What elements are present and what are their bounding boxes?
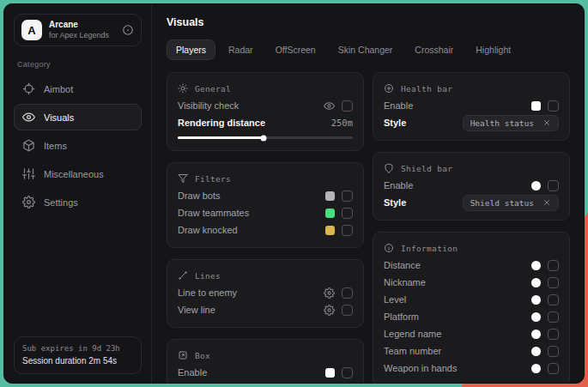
setting-label: Draw bots	[178, 190, 221, 201]
slider-fill	[178, 136, 264, 139]
setting-row-style: StyleShield status	[384, 194, 559, 211]
card-title: Box	[195, 351, 210, 360]
color-swatch[interactable]	[531, 347, 541, 356]
card-header: Filters	[178, 172, 353, 185]
slider-knob[interactable]	[260, 135, 266, 141]
checkbox[interactable]	[342, 305, 353, 316]
setting-controls	[531, 311, 559, 323]
gear-icon[interactable]	[324, 305, 335, 316]
tab-bar: PlayersRadarOffScreenSkin ChangerCrossha…	[167, 39, 570, 60]
checkbox[interactable]	[342, 225, 353, 236]
checkbox[interactable]	[548, 311, 559, 323]
app-subtitle: for Apex Legends	[49, 31, 115, 40]
setting-label: Draw knocked	[178, 225, 238, 235]
color-swatch[interactable]	[531, 330, 541, 339]
setting-label: Weapon in hands	[384, 363, 457, 373]
checkbox[interactable]	[548, 329, 559, 340]
main-panel: Visuals PlayersRadarOffScreenSkin Change…	[152, 4, 584, 383]
tab-players[interactable]: Players	[167, 39, 215, 60]
close-icon[interactable]	[543, 198, 551, 207]
color-swatch[interactable]	[531, 181, 541, 190]
card-information: InformationDistanceNicknameLevelPlatform…	[373, 232, 570, 383]
setting-label: Enable	[384, 100, 413, 111]
card-title: Shield bar	[401, 164, 452, 173]
setting-controls	[531, 180, 559, 191]
checkbox[interactable]	[548, 100, 559, 112]
checkbox[interactable]	[548, 346, 559, 357]
setting-controls	[325, 208, 353, 219]
color-swatch[interactable]	[531, 364, 541, 373]
checkbox[interactable]	[548, 277, 559, 288]
setting-row-draw-bots: Draw bots	[178, 187, 353, 204]
category-label: Category	[17, 60, 138, 69]
card-health-bar: Health barEnableStyleHealth status	[373, 72, 570, 141]
eye-icon[interactable]	[324, 100, 335, 112]
slider-track[interactable]	[178, 136, 353, 139]
setting-controls: Health status	[463, 115, 559, 131]
checkbox[interactable]	[342, 190, 353, 202]
tab-crosshair[interactable]: Crosshair	[405, 39, 463, 60]
setting-row-line-to-enemy: Line to enemy	[178, 284, 353, 301]
checkbox[interactable]	[342, 208, 353, 219]
line-icon	[178, 270, 188, 281]
gear-icon[interactable]	[324, 287, 335, 299]
setting-row-draw-knocked: Draw knocked	[178, 221, 353, 239]
tab-highlight[interactable]: Highlight	[466, 39, 520, 60]
color-swatch[interactable]	[531, 278, 541, 287]
eye-icon	[22, 111, 35, 124]
checkbox[interactable]	[342, 100, 353, 112]
sidebar-item-aimbot[interactable]: Aimbot	[14, 76, 142, 102]
color-swatch[interactable]	[531, 101, 541, 111]
setting-controls	[531, 329, 559, 340]
checkbox[interactable]	[342, 287, 353, 299]
setting-label: Level	[384, 294, 406, 305]
card-title: Filters	[195, 174, 231, 184]
tab-radar[interactable]: Radar	[219, 39, 263, 60]
checkbox[interactable]	[548, 363, 559, 374]
setting-controls	[325, 190, 353, 202]
gear-icon	[22, 196, 35, 209]
color-swatch[interactable]	[325, 226, 335, 235]
color-swatch[interactable]	[531, 261, 541, 270]
setting-label: Rendering distance	[178, 118, 265, 128]
color-swatch[interactable]	[325, 191, 335, 201]
color-swatch[interactable]	[325, 368, 335, 378]
style-dropdown[interactable]: Health status	[463, 115, 559, 131]
settings-columns: GeneralVisibility checkRendering distanc…	[167, 72, 570, 383]
style-dropdown[interactable]: Shield status	[463, 195, 559, 211]
setting-controls	[324, 100, 353, 112]
setting-label: Visibility check	[178, 100, 239, 111]
tab-skin-changer[interactable]: Skin Changer	[329, 39, 403, 60]
card-filters: FiltersDraw botsDraw teammatesDraw knock…	[167, 162, 364, 248]
sidebar-item-items[interactable]: Items	[14, 132, 142, 159]
sidebar-item-label: Aimbot	[44, 84, 73, 94]
setting-row-enable: Enable	[384, 97, 559, 114]
sidebar-item-visuals[interactable]: Visuals	[14, 104, 142, 130]
tab-offscreen[interactable]: OffScreen	[266, 39, 325, 60]
checkbox[interactable]	[548, 260, 559, 271]
checkbox[interactable]	[342, 367, 353, 378]
setting-label: Line to enemy	[178, 287, 237, 298]
crosshair-icon	[22, 82, 35, 95]
sub-expiry-text: Sub expires in 9d 23h	[22, 343, 133, 355]
checkbox[interactable]	[548, 294, 559, 305]
setting-row-enable: Enable	[384, 177, 559, 194]
sidebar-item-label: Miscellaneous	[44, 169, 104, 179]
target-icon[interactable]	[122, 24, 134, 36]
shield-icon	[384, 163, 394, 173]
sidebar-item-miscellaneous[interactable]: Miscellaneous	[14, 160, 142, 187]
close-icon[interactable]	[543, 118, 551, 127]
setting-row-enable-background: Enable background	[178, 381, 353, 383]
color-swatch[interactable]	[325, 209, 335, 218]
card-header: Shield bar	[384, 161, 559, 175]
session-duration-text: Session duration 2m 54s	[22, 354, 133, 367]
color-swatch[interactable]	[531, 312, 541, 322]
setting-label: Enable	[178, 367, 207, 378]
right-column: Health barEnableStyleHealth statusShield…	[373, 72, 570, 383]
checkbox[interactable]	[548, 180, 559, 191]
color-swatch[interactable]	[531, 295, 541, 305]
setting-label: Draw teammates	[178, 208, 249, 218]
app-name: Arcane	[49, 20, 115, 31]
sidebar-item-settings[interactable]: Settings	[14, 189, 142, 215]
setting-controls	[531, 100, 559, 112]
